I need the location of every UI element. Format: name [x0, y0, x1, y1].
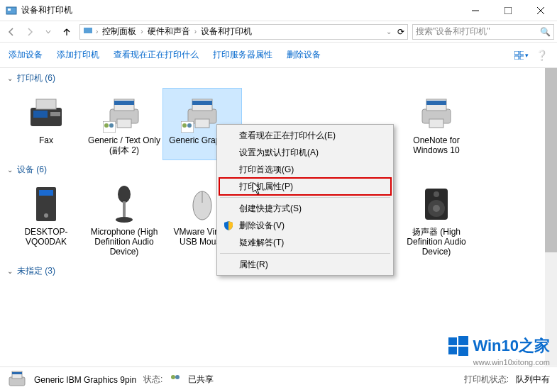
svg-rect-7 — [514, 51, 519, 55]
watermark-text: Win10之家 — [473, 335, 550, 357]
printer-icon — [415, 93, 458, 133]
view-options-button[interactable]: ▾ — [514, 48, 529, 62]
mic-icon — [103, 184, 145, 224]
svg-rect-9 — [514, 56, 519, 60]
menu-label: 打印首选项(G) — [239, 164, 294, 176]
device-label: DESKTOP-VQO0DAK — [10, 227, 82, 247]
watermark-url: www.win10xitong.com — [448, 358, 550, 366]
menu-label: 删除设备(V) — [239, 220, 285, 232]
svg-rect-8 — [520, 51, 524, 55]
scrollbar-thumb[interactable] — [545, 68, 557, 252]
close-button[interactable] — [524, 0, 557, 21]
minimize-button[interactable] — [459, 0, 492, 21]
status-device-name: Generic IBM Graphics 9pin — [34, 375, 136, 385]
menu-separator — [220, 253, 390, 254]
forward-button[interactable] — [21, 23, 38, 40]
view-queue-button[interactable]: 查看现在正在打印什么 — [114, 49, 199, 61]
device-label: OneNote for Windows 10 — [400, 135, 473, 155]
device-item-onenote[interactable]: OneNote for Windows 10 — [397, 89, 475, 159]
svg-rect-1 — [8, 9, 11, 11]
menu-label: 打印机属性(P) — [239, 181, 293, 193]
menu-properties[interactable]: 属性(R) — [219, 256, 391, 273]
add-printer-button[interactable]: 添加打印机 — [57, 49, 99, 61]
help-button[interactable]: ❔ — [534, 48, 548, 62]
context-menu: 查看现在正在打印什么(E) 设置为默认打印机(A) 打印首选项(G) 打印机属性… — [216, 124, 394, 276]
device-item-generic-text[interactable]: Generic / Text Only (副本 2) — [85, 89, 163, 159]
device-label: Generic / Text Only (副本 2) — [88, 135, 160, 155]
toolbar: 添加设备 添加打印机 查看现在正在打印什么 打印服务器属性 删除设备 ▾ ❔ — [0, 43, 557, 68]
device-item-microphone[interactable]: Microphone (High Definition Audio Device… — [85, 180, 163, 261]
chevron-down-icon: ⌄ — [7, 74, 13, 82]
titlebar: 设备和打印机 — [0, 0, 557, 21]
status-printer-value: 队列中有 — [516, 374, 550, 386]
svg-rect-32 — [429, 119, 443, 128]
menu-view-queue[interactable]: 查看现在正在打印什么(E) — [219, 127, 391, 144]
menu-label: 创建快捷方式(S) — [239, 203, 302, 215]
menu-remove-device[interactable]: 删除设备(V) — [219, 217, 391, 234]
section-title: 设备 (6) — [17, 164, 47, 176]
pc-icon — [25, 184, 67, 224]
section-header-printers[interactable]: ⌄ 打印机 (6) — [0, 68, 557, 89]
menu-label: 疑难解答(T) — [239, 237, 284, 249]
breadcrumb[interactable]: › 控制面板 › 硬件和声音 › 设备和打印机 ⌄ ⟳ — [79, 24, 408, 40]
menu-print-preferences[interactable]: 打印首选项(G) — [219, 161, 391, 178]
svg-rect-25 — [195, 119, 209, 128]
section-title: 打印机 (6) — [17, 72, 55, 84]
fax-icon — [25, 93, 67, 133]
device-label: Microphone (High Definition Audio Device… — [88, 227, 160, 257]
up-button[interactable] — [58, 23, 75, 40]
svg-point-28 — [187, 123, 192, 128]
svg-rect-14 — [50, 112, 60, 116]
maximize-button[interactable] — [492, 0, 524, 21]
print-server-props-button[interactable]: 打印服务器属性 — [213, 49, 272, 61]
menu-troubleshoot[interactable]: 疑难解答(T) — [219, 234, 391, 251]
window-title: 设备和打印机 — [21, 4, 72, 16]
svg-rect-12 — [36, 99, 56, 109]
search-placeholder: 搜索"设备和打印机" — [416, 26, 490, 38]
device-item-fax[interactable]: Fax — [7, 89, 85, 159]
navbar: › 控制面板 › 硬件和声音 › 设备和打印机 ⌄ ⟳ 搜索"设备和打印机" 🔍 — [0, 21, 557, 43]
svg-rect-3 — [504, 7, 512, 14]
svg-rect-31 — [426, 101, 446, 105]
section-title: 未指定 (3) — [17, 265, 55, 277]
breadcrumb-item[interactable]: 设备和打印机 — [199, 26, 253, 38]
breadcrumb-item[interactable]: 硬件和声音 — [146, 26, 192, 38]
window-icon — [6, 5, 17, 16]
svg-point-35 — [44, 213, 48, 218]
svg-point-20 — [104, 123, 109, 128]
printer-icon — [7, 370, 27, 390]
search-input[interactable]: 搜索"设备和打印机" 🔍 — [412, 24, 554, 40]
device-item-speaker[interactable]: 扬声器 (High Definition Audio Device) — [397, 180, 475, 261]
device-item-desktop[interactable]: DESKTOP-VQO0DAK — [7, 180, 85, 261]
back-button[interactable] — [3, 23, 20, 40]
chevron-down-icon: ⌄ — [7, 166, 13, 174]
svg-point-58 — [171, 375, 175, 379]
history-dropdown[interactable] — [40, 23, 57, 40]
svg-rect-24 — [192, 101, 212, 105]
svg-rect-26 — [181, 121, 194, 133]
svg-point-21 — [109, 123, 114, 128]
windows-logo-icon — [448, 336, 468, 356]
refresh-icon[interactable]: ⟳ — [397, 27, 404, 37]
watermark: Win10之家 www.win10xitong.com — [448, 335, 550, 366]
vertical-scrollbar[interactable] — [545, 68, 557, 366]
svg-point-49 — [433, 205, 440, 212]
chevron-right-icon: › — [194, 28, 197, 35]
chevron-down-icon[interactable]: ⌄ — [386, 28, 392, 35]
status-printer-label: 打印机状态: — [464, 374, 509, 386]
menu-create-shortcut[interactable]: 创建快捷方式(S) — [219, 200, 391, 217]
shield-icon — [223, 220, 234, 231]
devices-icon — [83, 26, 93, 38]
add-device-button[interactable]: 添加设备 — [9, 49, 43, 61]
svg-rect-34 — [39, 190, 53, 196]
remove-device-button[interactable]: 删除设备 — [287, 49, 321, 61]
shared-icon — [170, 374, 181, 386]
menu-printer-properties[interactable]: 打印机属性(P) — [219, 178, 391, 195]
svg-rect-52 — [458, 336, 468, 345]
svg-rect-53 — [448, 347, 457, 354]
svg-point-38 — [116, 217, 133, 223]
menu-set-default[interactable]: 设置为默认打印机(A) — [219, 144, 391, 161]
svg-rect-10 — [520, 56, 524, 60]
chevron-down-icon: ⌄ — [7, 267, 13, 275]
breadcrumb-item[interactable]: 控制面板 — [101, 26, 138, 38]
